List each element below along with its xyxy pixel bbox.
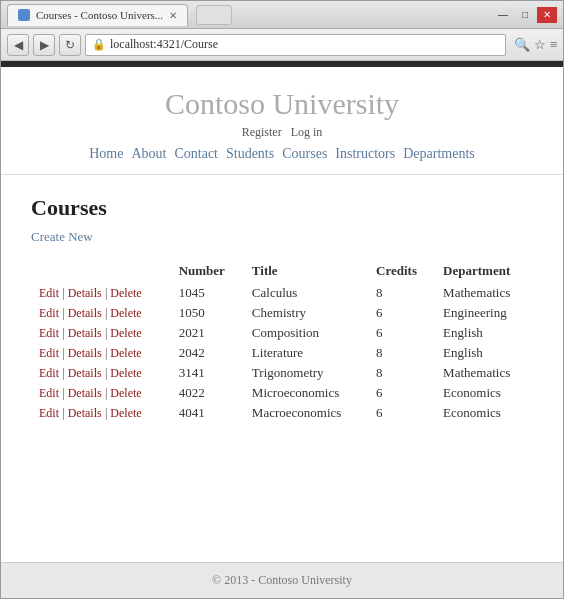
row-credits: 6 bbox=[368, 403, 435, 423]
edit-link[interactable]: Edit bbox=[39, 366, 59, 380]
table-row: Edit | Details | Delete 3141 Trigonometr… bbox=[31, 363, 533, 383]
browser-tab[interactable]: Courses - Contoso Univers... ✕ bbox=[7, 4, 188, 26]
nav-courses[interactable]: Courses bbox=[282, 146, 327, 162]
browser-action-icons: 🔍 ☆ ≡ bbox=[514, 37, 557, 53]
row-actions: Edit | Details | Delete bbox=[31, 303, 171, 323]
search-icon[interactable]: 🔍 bbox=[514, 37, 530, 53]
row-department: Mathematics bbox=[435, 283, 533, 303]
delete-link[interactable]: Delete bbox=[110, 326, 141, 340]
table-row: Edit | Details | Delete 2021 Composition… bbox=[31, 323, 533, 343]
close-button[interactable]: ✕ bbox=[537, 7, 557, 23]
details-link[interactable]: Details bbox=[68, 406, 102, 420]
delete-link[interactable]: Delete bbox=[110, 286, 141, 300]
delete-link[interactable]: Delete bbox=[110, 346, 141, 360]
row-title: Microeconomics bbox=[244, 383, 368, 403]
details-link[interactable]: Details bbox=[68, 326, 102, 340]
bookmark-icon[interactable]: ☆ bbox=[534, 37, 546, 53]
row-credits: 8 bbox=[368, 363, 435, 383]
tab-close-button[interactable]: ✕ bbox=[169, 10, 177, 21]
row-actions: Edit | Details | Delete bbox=[31, 323, 171, 343]
edit-link[interactable]: Edit bbox=[39, 406, 59, 420]
row-credits: 6 bbox=[368, 383, 435, 403]
nav-contact[interactable]: Contact bbox=[174, 146, 218, 162]
edit-link[interactable]: Edit bbox=[39, 386, 59, 400]
row-title: Literature bbox=[244, 343, 368, 363]
row-number: 3141 bbox=[171, 363, 244, 383]
details-link[interactable]: Details bbox=[68, 366, 102, 380]
row-title: Macroeconomics bbox=[244, 403, 368, 423]
row-actions: Edit | Details | Delete bbox=[31, 403, 171, 423]
table-row: Edit | Details | Delete 4041 Macroeconom… bbox=[31, 403, 533, 423]
row-department: Economics bbox=[435, 403, 533, 423]
table-row: Edit | Details | Delete 1050 Chemistry 6… bbox=[31, 303, 533, 323]
delete-link[interactable]: Delete bbox=[110, 366, 141, 380]
nav-bar: ◀ ▶ ↻ 🔒 localhost:4321/Course 🔍 ☆ ≡ bbox=[1, 29, 563, 61]
nav-home[interactable]: Home bbox=[89, 146, 123, 162]
refresh-button[interactable]: ↻ bbox=[59, 34, 81, 56]
nav-departments[interactable]: Departments bbox=[403, 146, 475, 162]
title-bar: Courses - Contoso Univers... ✕ — □ ✕ bbox=[1, 1, 563, 29]
row-actions: Edit | Details | Delete bbox=[31, 383, 171, 403]
col-actions bbox=[31, 259, 171, 283]
edit-link[interactable]: Edit bbox=[39, 306, 59, 320]
address-bar[interactable]: 🔒 localhost:4321/Course bbox=[85, 34, 506, 56]
page-footer: © 2013 - Contoso University bbox=[1, 562, 563, 598]
delete-link[interactable]: Delete bbox=[110, 306, 141, 320]
col-title: Title bbox=[244, 259, 368, 283]
page-header: Contoso University Register Log in Home … bbox=[1, 67, 563, 175]
lock-icon: 🔒 bbox=[92, 38, 106, 51]
forward-button[interactable]: ▶ bbox=[33, 34, 55, 56]
nav-students[interactable]: Students bbox=[226, 146, 274, 162]
login-link[interactable]: Log in bbox=[291, 125, 323, 139]
main-nav: Home About Contact Students Courses Inst… bbox=[1, 146, 563, 162]
row-credits: 6 bbox=[368, 303, 435, 323]
table-row: Edit | Details | Delete 1045 Calculus 8 … bbox=[31, 283, 533, 303]
row-actions: Edit | Details | Delete bbox=[31, 283, 171, 303]
register-link[interactable]: Register bbox=[242, 125, 282, 139]
back-button[interactable]: ◀ bbox=[7, 34, 29, 56]
maximize-button[interactable]: □ bbox=[515, 7, 535, 23]
row-title: Trigonometry bbox=[244, 363, 368, 383]
copyright-text: © 2013 - Contoso University bbox=[212, 573, 352, 587]
row-credits: 6 bbox=[368, 323, 435, 343]
row-number: 1050 bbox=[171, 303, 244, 323]
row-title: Chemistry bbox=[244, 303, 368, 323]
courses-table: Number Title Credits Department Edit | D… bbox=[31, 259, 533, 423]
row-credits: 8 bbox=[368, 283, 435, 303]
row-number: 2042 bbox=[171, 343, 244, 363]
edit-link[interactable]: Edit bbox=[39, 286, 59, 300]
row-number: 2021 bbox=[171, 323, 244, 343]
new-tab-area[interactable] bbox=[196, 5, 232, 25]
details-link[interactable]: Details bbox=[68, 386, 102, 400]
auth-links: Register Log in bbox=[1, 125, 563, 140]
details-link[interactable]: Details bbox=[68, 286, 102, 300]
minimize-button[interactable]: — bbox=[493, 7, 513, 23]
row-department: English bbox=[435, 323, 533, 343]
edit-link[interactable]: Edit bbox=[39, 346, 59, 360]
page-body: Courses Create New Number Title Credits … bbox=[1, 175, 563, 562]
col-department: Department bbox=[435, 259, 533, 283]
row-title: Composition bbox=[244, 323, 368, 343]
details-link[interactable]: Details bbox=[68, 346, 102, 360]
edit-link[interactable]: Edit bbox=[39, 326, 59, 340]
row-department: Economics bbox=[435, 383, 533, 403]
row-title: Calculus bbox=[244, 283, 368, 303]
table-row: Edit | Details | Delete 2042 Literature … bbox=[31, 343, 533, 363]
nav-instructors[interactable]: Instructors bbox=[335, 146, 395, 162]
row-actions: Edit | Details | Delete bbox=[31, 363, 171, 383]
create-new-link[interactable]: Create New bbox=[31, 229, 93, 245]
delete-link[interactable]: Delete bbox=[110, 406, 141, 420]
col-number: Number bbox=[171, 259, 244, 283]
table-row: Edit | Details | Delete 4022 Microeconom… bbox=[31, 383, 533, 403]
delete-link[interactable]: Delete bbox=[110, 386, 141, 400]
page-content: Contoso University Register Log in Home … bbox=[1, 67, 563, 598]
row-actions: Edit | Details | Delete bbox=[31, 343, 171, 363]
nav-about[interactable]: About bbox=[131, 146, 166, 162]
window-controls: — □ ✕ bbox=[493, 7, 557, 23]
page-title: Courses bbox=[31, 195, 533, 221]
row-credits: 8 bbox=[368, 343, 435, 363]
row-number: 1045 bbox=[171, 283, 244, 303]
menu-icon[interactable]: ≡ bbox=[550, 37, 557, 53]
row-department: Engineering bbox=[435, 303, 533, 323]
details-link[interactable]: Details bbox=[68, 306, 102, 320]
